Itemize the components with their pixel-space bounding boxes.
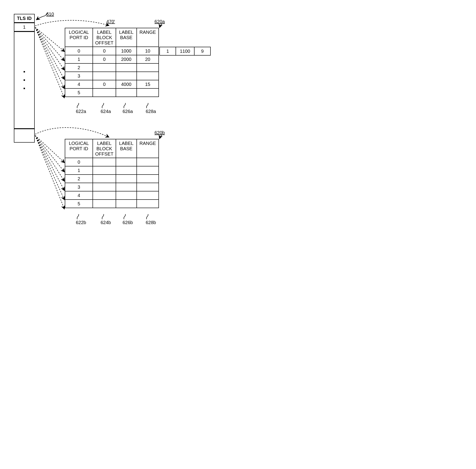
table-row: 2 (65, 64, 159, 72)
table-row: 3 (65, 183, 159, 191)
table-row: 3 (65, 72, 159, 80)
tls-id-first-cell: 1 (14, 23, 35, 32)
cell: 4 (65, 191, 93, 200)
table-row: 4 (65, 191, 159, 200)
cell (116, 88, 137, 97)
ref-label-620b: 620b (155, 130, 165, 135)
ellipsis-dot-icon (24, 88, 25, 89)
cell: 3 (65, 72, 93, 80)
table-row: 0 0 1000 10 (65, 47, 159, 55)
cell (137, 72, 159, 80)
col-header-port: LOGICAL PORT ID (65, 139, 93, 158)
col-header-port: LOGICAL PORT ID (65, 28, 93, 47)
table-row: 4 0 4000 15 (65, 80, 159, 88)
cell: 9 (194, 47, 210, 55)
cell (116, 72, 137, 80)
cell (93, 72, 116, 80)
ref-label-626b: 626b (123, 220, 133, 225)
cell: 0 (65, 47, 93, 55)
extension-row: 1 1100 9 (159, 47, 211, 56)
tls-id-last-cell (14, 129, 35, 143)
ref-label-470prime: 470' (106, 19, 115, 24)
ref-label-620a: 620a (155, 19, 165, 24)
cell: 10 (137, 47, 159, 55)
cell (93, 158, 116, 166)
table-row: 1 (65, 166, 159, 175)
cell (93, 166, 116, 175)
cell (93, 200, 116, 208)
col-header-base: LABEL BASE (116, 28, 137, 47)
ref-label-622a: 622a (76, 109, 86, 114)
cell (116, 158, 137, 166)
cell (116, 175, 137, 183)
cell: 1 (65, 55, 93, 64)
cell (116, 183, 137, 191)
ref-label-624b: 624b (101, 220, 111, 225)
cell (93, 64, 116, 72)
cell: 3 (65, 183, 93, 191)
col-header-range: RANGE (137, 139, 159, 158)
cell: 15 (137, 80, 159, 88)
cell (116, 191, 137, 200)
cell (137, 191, 159, 200)
cell: 2 (65, 175, 93, 183)
cell (137, 166, 159, 175)
cell: 1 (159, 47, 176, 55)
cell (137, 64, 159, 72)
table-row: 0 (65, 158, 159, 166)
cell (137, 175, 159, 183)
cell (137, 200, 159, 208)
col-header-offset: LABEL BLOCK OFFSET (93, 139, 116, 158)
col-header-offset: LABEL BLOCK OFFSET (93, 28, 116, 47)
cell (137, 183, 159, 191)
col-header-base: LABEL BASE (116, 139, 137, 158)
ref-label-624a: 624a (101, 109, 111, 114)
cell: 2000 (116, 55, 137, 64)
cell: 5 (65, 88, 93, 97)
cell: 4 (65, 80, 93, 88)
tls-id-mid-cell (14, 32, 35, 129)
cell (116, 200, 137, 208)
cell: 0 (93, 55, 116, 64)
table-row: 5 (65, 88, 159, 97)
ellipsis-dot-icon (24, 71, 25, 72)
table-620a: LOGICAL PORT ID LABEL BLOCK OFFSET LABEL… (65, 28, 159, 97)
ref-label-628a: 628a (146, 109, 156, 114)
cell: 1 (65, 166, 93, 175)
cell: 5 (65, 200, 93, 208)
cell: 1100 (176, 47, 194, 55)
cell: 1000 (116, 47, 137, 55)
table-row: 2 (65, 175, 159, 183)
cell (93, 175, 116, 183)
cell (137, 158, 159, 166)
cell: 0 (65, 158, 93, 166)
cell (137, 88, 159, 97)
cell: 0 (93, 80, 116, 88)
ref-label-628b: 628b (146, 220, 156, 225)
col-header-range: RANGE (137, 28, 159, 47)
cell (93, 191, 116, 200)
cell: 20 (137, 55, 159, 64)
cell: 4000 (116, 80, 137, 88)
cell: 0 (93, 47, 116, 55)
cell: 2 (65, 64, 93, 72)
ref-label-626a: 626a (123, 109, 133, 114)
cell (93, 183, 116, 191)
diagram-canvas: TLS ID 1 LOGICAL PORT ID LABEL BLOCK OFF… (9, 9, 240, 236)
cell (93, 88, 116, 97)
table-row: 5 (65, 200, 159, 208)
table-620b: LOGICAL PORT ID LABEL BLOCK OFFSET LABEL… (65, 139, 159, 208)
tls-id-header: TLS ID (14, 14, 35, 23)
ellipsis-dot-icon (24, 79, 25, 81)
table-row: 1 0 2000 20 (65, 55, 159, 64)
cell (116, 166, 137, 175)
ref-label-622b: 622b (76, 220, 86, 225)
cell (116, 64, 137, 72)
ref-label-610: 610 (46, 12, 54, 17)
